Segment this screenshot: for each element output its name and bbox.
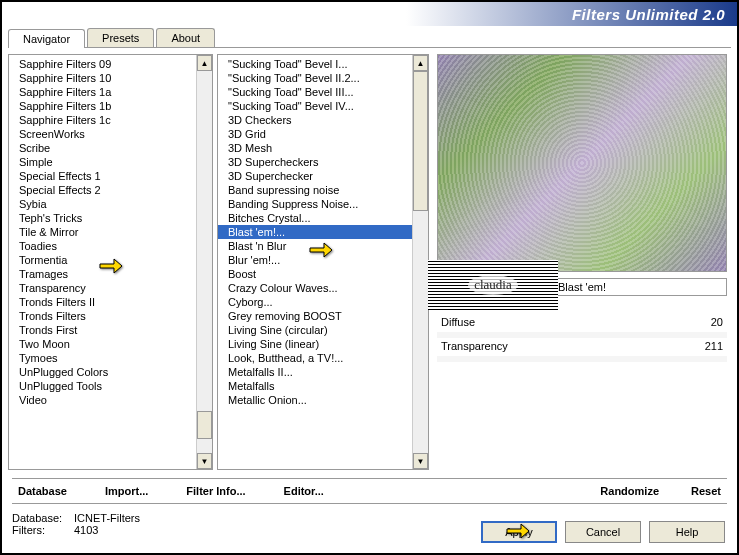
- list-item[interactable]: Sapphire Filters 1b: [9, 99, 196, 113]
- database-button[interactable]: Database: [18, 485, 67, 497]
- list-item[interactable]: Metalfalls: [218, 379, 412, 393]
- scroll-down-icon[interactable]: ▼: [197, 453, 212, 469]
- list-item[interactable]: Sapphire Filters 1a: [9, 85, 196, 99]
- param-value: 211: [705, 340, 723, 352]
- apply-button[interactable]: Apply: [481, 521, 557, 543]
- app-title: Filters Unlimited 2.0: [572, 6, 725, 23]
- list-item[interactable]: "Sucking Toad" Bevel II.2...: [218, 71, 412, 85]
- list-item[interactable]: Special Effects 2: [9, 183, 196, 197]
- list-item[interactable]: "Sucking Toad" Bevel III...: [218, 85, 412, 99]
- param-value: 20: [711, 316, 723, 328]
- list-item[interactable]: Metallic Onion...: [218, 393, 412, 407]
- list-item[interactable]: Crazy Colour Waves...: [218, 281, 412, 295]
- list-item[interactable]: Tronds Filters II: [9, 295, 196, 309]
- reset-button[interactable]: Reset: [691, 485, 721, 497]
- randomize-button[interactable]: Randomize: [600, 485, 659, 497]
- list-item[interactable]: Boost: [218, 267, 412, 281]
- import-button[interactable]: Import...: [105, 485, 148, 497]
- tab-navigator[interactable]: Navigator: [8, 29, 85, 48]
- filter-list: "Sucking Toad" Bevel I..."Sucking Toad" …: [217, 54, 429, 470]
- scroll-track[interactable]: [197, 71, 212, 453]
- list-item[interactable]: Sapphire Filters 1c: [9, 113, 196, 127]
- list-item[interactable]: Teph's Tricks: [9, 211, 196, 225]
- list-item[interactable]: Living Sine (circular): [218, 323, 412, 337]
- list-item[interactable]: Sapphire Filters 09: [9, 57, 196, 71]
- param-row[interactable]: Diffuse20: [437, 314, 727, 330]
- list-item[interactable]: Sapphire Filters 10: [9, 71, 196, 85]
- list-item[interactable]: Two Moon: [9, 337, 196, 351]
- list-item[interactable]: Grey removing BOOST: [218, 309, 412, 323]
- list-item[interactable]: Tramages: [9, 267, 196, 281]
- param-name: Transparency: [441, 340, 508, 352]
- list-item[interactable]: Tymoes: [9, 351, 196, 365]
- list-item[interactable]: Blast 'n Blur: [218, 239, 412, 253]
- scroll-up-icon[interactable]: ▲: [197, 55, 212, 71]
- list-item[interactable]: "Sucking Toad" Bevel I...: [218, 57, 412, 71]
- list-item[interactable]: Simple: [9, 155, 196, 169]
- list-item[interactable]: Banding Suppress Noise...: [218, 197, 412, 211]
- list-item[interactable]: Blast 'em!...: [218, 225, 412, 239]
- filters-label: Filters:: [12, 524, 74, 536]
- divider: [12, 503, 727, 504]
- filter-list-body[interactable]: "Sucking Toad" Bevel I..."Sucking Toad" …: [218, 55, 412, 469]
- list-item[interactable]: Special Effects 1: [9, 169, 196, 183]
- list-item[interactable]: Transparency: [9, 281, 196, 295]
- main-content: Sapphire Filters 09Sapphire Filters 10Sa…: [2, 48, 737, 476]
- list-item[interactable]: 3D Checkers: [218, 113, 412, 127]
- list-item[interactable]: 3D Superchecker: [218, 169, 412, 183]
- list-item[interactable]: Tronds Filters: [9, 309, 196, 323]
- list-item[interactable]: UnPlugged Colors: [9, 365, 196, 379]
- list-item[interactable]: Living Sine (linear): [218, 337, 412, 351]
- list-item[interactable]: Video: [9, 393, 196, 407]
- list-item[interactable]: Bitches Crystal...: [218, 211, 412, 225]
- category-scrollbar[interactable]: ▲ ▼: [196, 55, 212, 469]
- list-item[interactable]: UnPlugged Tools: [9, 379, 196, 393]
- list-item[interactable]: Metalfalls II...: [218, 365, 412, 379]
- scroll-thumb[interactable]: [197, 411, 212, 439]
- scroll-thumb[interactable]: [413, 71, 428, 211]
- title-bar: Filters Unlimited 2.0: [2, 2, 737, 26]
- list-item[interactable]: 3D Grid: [218, 127, 412, 141]
- list-item[interactable]: Blur 'em!...: [218, 253, 412, 267]
- watermark-text: claudia: [468, 275, 518, 295]
- list-item[interactable]: "Sucking Toad" Bevel IV...: [218, 99, 412, 113]
- param-slider[interactable]: [437, 356, 727, 362]
- param-name: Diffuse: [441, 316, 475, 328]
- list-item[interactable]: Tormentia: [9, 253, 196, 267]
- list-item[interactable]: Sybia: [9, 197, 196, 211]
- list-item[interactable]: Tronds First: [9, 323, 196, 337]
- filter-scrollbar[interactable]: ▲ ▼: [412, 55, 428, 469]
- list-item[interactable]: Tile & Mirror: [9, 225, 196, 239]
- db-label: Database:: [12, 512, 74, 524]
- preview-image: [437, 54, 727, 272]
- category-list: Sapphire Filters 09Sapphire Filters 10Sa…: [8, 54, 213, 470]
- filters-value: 4103: [74, 524, 98, 536]
- filter-info-button[interactable]: Filter Info...: [186, 485, 245, 497]
- divider: [12, 478, 727, 479]
- list-item[interactable]: Toadies: [9, 239, 196, 253]
- list-item[interactable]: 3D Mesh: [218, 141, 412, 155]
- list-item[interactable]: 3D Supercheckers: [218, 155, 412, 169]
- watermark-logo: claudia: [428, 260, 558, 310]
- bottom-toolbar: Database Import... Filter Info... Editor…: [2, 481, 737, 501]
- list-item[interactable]: Cyborg...: [218, 295, 412, 309]
- category-list-body[interactable]: Sapphire Filters 09Sapphire Filters 10Sa…: [9, 55, 196, 469]
- help-button[interactable]: Help: [649, 521, 725, 543]
- scroll-track[interactable]: [413, 71, 428, 453]
- db-value: ICNET-Filters: [74, 512, 140, 524]
- tab-about[interactable]: About: [156, 28, 215, 47]
- list-item[interactable]: Band supressing noise: [218, 183, 412, 197]
- scroll-down-icon[interactable]: ▼: [413, 453, 428, 469]
- list-item[interactable]: ScreenWorks: [9, 127, 196, 141]
- scroll-up-icon[interactable]: ▲: [413, 55, 428, 71]
- tab-bar: Navigator Presets About: [8, 28, 731, 48]
- cancel-button[interactable]: Cancel: [565, 521, 641, 543]
- list-item[interactable]: Scribe: [9, 141, 196, 155]
- parameters: Diffuse20Transparency211: [437, 314, 727, 362]
- list-item[interactable]: Look, Butthead, a TV!...: [218, 351, 412, 365]
- tab-presets[interactable]: Presets: [87, 28, 154, 47]
- dialog-buttons: Apply Cancel Help: [481, 521, 725, 543]
- editor-button[interactable]: Editor...: [284, 485, 324, 497]
- param-row[interactable]: Transparency211: [437, 338, 727, 354]
